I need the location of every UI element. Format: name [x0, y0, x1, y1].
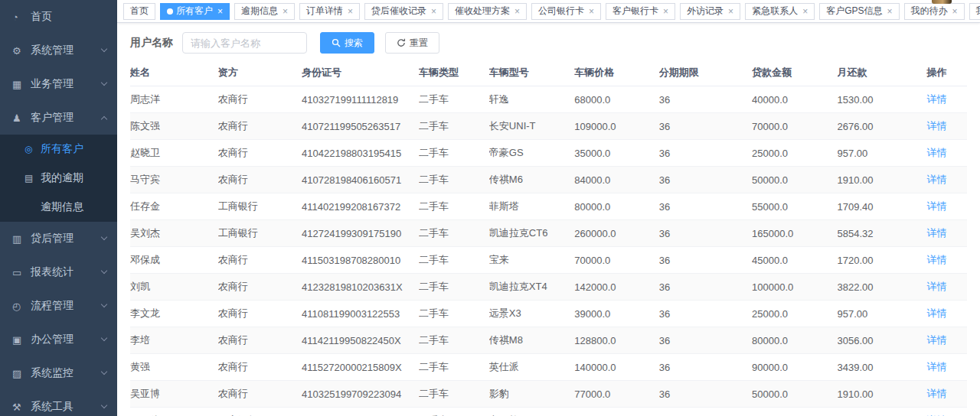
- tab-label: 客户GPS信息: [826, 5, 882, 18]
- table-cell: 128800.0: [574, 327, 658, 354]
- table-cell: 凯迪拉克CT6: [489, 220, 574, 247]
- tab-紧急联系人[interactable]: 紧急联系人×: [745, 3, 815, 20]
- tab-催收处理方案[interactable]: 催收处理方案×: [448, 3, 527, 20]
- table-cell: 412724199309175190: [302, 220, 419, 247]
- tab-客户GPS信息[interactable]: 客户GPS信息×: [819, 3, 899, 20]
- avatar[interactable]: [932, 0, 952, 4]
- table-row: 李文龙农商行411081199003122553二手车远景X339000.036…: [130, 301, 967, 327]
- table-cell: 二手车: [419, 274, 489, 301]
- sidebar-item-办公管理[interactable]: ▣办公管理: [0, 323, 117, 356]
- close-icon[interactable]: ×: [514, 7, 520, 16]
- detail-link[interactable]: 详情: [926, 200, 946, 212]
- tab-客户银行卡[interactable]: 客户银行卡×: [606, 3, 675, 20]
- sidebar-item-系统管理[interactable]: ⚙系统管理: [0, 34, 117, 67]
- detail-link[interactable]: 详情: [926, 361, 946, 372]
- customers-table: 姓名资方身份证号车辆类型车辆型号车辆价格分期期限贷款金额月还款操作 周志洋农商行…: [130, 66, 967, 416]
- tab-所有客户[interactable]: 所有客户×: [160, 3, 230, 20]
- sidebar-item-贷后管理[interactable]: ▥贷后管理: [0, 222, 117, 255]
- actions-cell: 详情: [926, 220, 967, 247]
- tab-我的流程[interactable]: 我的流程×: [969, 3, 980, 20]
- close-icon[interactable]: ×: [663, 7, 668, 16]
- search-button[interactable]: 搜索: [320, 32, 374, 54]
- sidebar-item-label: 首页: [31, 10, 52, 24]
- table-cell: 农商行: [218, 327, 302, 354]
- table-cell: 36: [659, 354, 752, 381]
- close-icon[interactable]: ×: [348, 7, 353, 16]
- reset-button[interactable]: 重置: [385, 32, 439, 54]
- tab-逾期信息[interactable]: 逾期信息×: [234, 3, 295, 20]
- detail-link[interactable]: 详情: [926, 281, 946, 292]
- table-cell: 3822.00: [838, 274, 927, 301]
- table-cell: 68000.0: [574, 86, 658, 113]
- close-icon[interactable]: ×: [802, 7, 808, 16]
- search-input[interactable]: [182, 32, 307, 54]
- detail-link[interactable]: 详情: [926, 147, 946, 158]
- table-cell: 411503198708280010: [302, 247, 419, 274]
- tab-label: 逾期信息: [241, 5, 278, 18]
- table-cell: 2294.00: [838, 408, 927, 416]
- detail-link[interactable]: 详情: [926, 120, 946, 132]
- sidebar-item-客户管理[interactable]: ♟客户管理: [0, 101, 117, 135]
- table-cell: 工商银行: [218, 193, 302, 220]
- detail-link[interactable]: 详情: [926, 388, 946, 399]
- close-icon[interactable]: ×: [728, 7, 733, 16]
- table-cell: 411402199106083111: [302, 408, 419, 416]
- tab-贷后催收记录[interactable]: 贷后催收记录×: [364, 3, 443, 20]
- sidebar-item-label: 客户管理: [31, 111, 74, 125]
- sidebar-subitem-所有客户[interactable]: ◎所有客户: [0, 135, 117, 164]
- table-cell: 410721199505263517: [302, 113, 419, 140]
- tab-我的待办[interactable]: 我的待办×: [904, 3, 965, 20]
- close-icon[interactable]: ×: [589, 7, 594, 16]
- reset-button-label: 重置: [410, 37, 428, 50]
- table-row: 周志洋农商行410327199111112819二手车轩逸68000.03640…: [130, 86, 967, 113]
- actions-cell: 详情: [926, 274, 967, 301]
- table-cell: 36: [659, 327, 752, 354]
- close-icon[interactable]: ×: [952, 7, 958, 16]
- table-cell: 二手车: [419, 354, 489, 381]
- sidebar-item-报表统计[interactable]: ▭报表统计: [0, 255, 117, 289]
- tab-首页[interactable]: 首页: [123, 3, 155, 20]
- table-cell: 吴亚博: [130, 381, 218, 408]
- sidebar-item-label: 业务管理: [31, 77, 74, 91]
- chevron-down-icon: [101, 301, 107, 307]
- grid-icon: ▦: [12, 79, 31, 90]
- tab-订单详情[interactable]: 订单详情×: [299, 3, 360, 20]
- table-cell: 90000.0: [752, 354, 837, 381]
- table-cell: 40000.0: [752, 86, 837, 113]
- detail-link[interactable]: 详情: [926, 307, 946, 319]
- table-cell: 36: [659, 220, 752, 247]
- table-cell: 85000.0: [574, 408, 658, 416]
- tab-label: 客户银行卡: [612, 5, 658, 18]
- sidebar-subitem-我的逾期[interactable]: ▤我的逾期: [0, 164, 117, 193]
- tab-外访记录[interactable]: 外访记录×: [680, 3, 740, 20]
- sidebar-item-业务管理[interactable]: ▦业务管理: [0, 67, 117, 101]
- sidebar-subitem-逾期信息[interactable]: 逾期信息: [0, 193, 117, 222]
- table-cell: 165000.0: [752, 220, 837, 247]
- sidebar-item-流程管理[interactable]: ◴流程管理: [0, 289, 117, 323]
- close-icon[interactable]: ×: [431, 7, 436, 16]
- table-cell: 二手车: [419, 167, 489, 193]
- close-icon[interactable]: ×: [217, 7, 223, 16]
- table-cell: 957.00: [838, 140, 927, 167]
- actions-cell: 详情: [926, 247, 967, 274]
- close-icon[interactable]: ×: [283, 7, 288, 16]
- table-cell: 李培: [130, 327, 218, 354]
- close-icon[interactable]: ×: [887, 7, 892, 16]
- detail-link[interactable]: 详情: [926, 334, 946, 346]
- sidebar-item-系统工具[interactable]: ⚒系统工具: [0, 390, 117, 416]
- table-cell: 工商银行: [218, 408, 302, 416]
- table-cell: 25000.0: [752, 301, 837, 327]
- sidebar-item-首页[interactable]: ◔首页: [0, 0, 117, 34]
- tab-公司银行卡[interactable]: 公司银行卡×: [531, 3, 601, 20]
- table-cell: 1530.00: [838, 86, 927, 113]
- detail-link[interactable]: 详情: [926, 93, 946, 105]
- actions-cell: 详情: [926, 140, 967, 167]
- table-cell: 农商行: [218, 354, 302, 381]
- table-header-row: 姓名资方身份证号车辆类型车辆型号车辆价格分期期限贷款金额月还款操作: [130, 66, 967, 86]
- search-form: 用户名称 搜索: [130, 32, 967, 54]
- sidebar-item-系统监控[interactable]: ▨系统监控: [0, 356, 117, 390]
- detail-link[interactable]: 详情: [926, 227, 946, 239]
- table-row: 邓保成农商行411503198708280010二手车宝来70000.03645…: [130, 247, 967, 274]
- detail-link[interactable]: 详情: [926, 254, 946, 265]
- detail-link[interactable]: 详情: [926, 174, 946, 185]
